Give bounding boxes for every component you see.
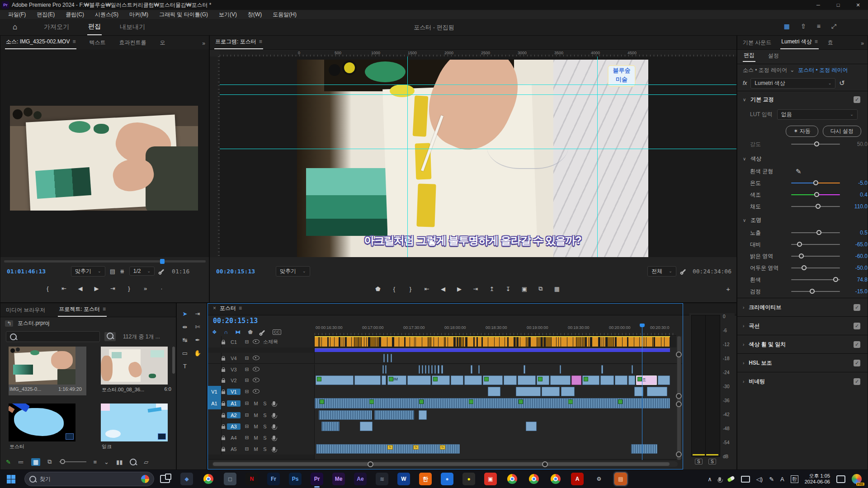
transport-⇤[interactable]: ⇤: [423, 286, 431, 292]
netflix-icon[interactable]: N: [245, 473, 258, 485]
transport-◀[interactable]: ◀: [439, 286, 447, 292]
timeline-clip[interactable]: [354, 375, 381, 385]
caption-clip[interactable]: [415, 337, 415, 347]
track-name-A4[interactable]: A4: [227, 435, 241, 441]
program-range-dropdown[interactable]: 전체⌄: [647, 266, 676, 277]
caption-clip[interactable]: [583, 337, 585, 347]
freeform-view-icon[interactable]: ⧉: [47, 458, 52, 465]
reset-button[interactable]: 다시 설정: [823, 126, 861, 137]
track-lock-icon[interactable]: [222, 415, 225, 418]
timeline-clip[interactable]: 조: [636, 375, 657, 385]
timeline-clip[interactable]: [526, 422, 537, 431]
menu-시퀀스(S)[interactable]: 시퀀스(S): [90, 11, 124, 19]
caption-clip[interactable]: [322, 337, 327, 347]
timeline-vscrollbar[interactable]: [677, 336, 681, 460]
mute-button[interactable]: M: [251, 401, 260, 406]
track-visibility-icon[interactable]: [251, 356, 260, 361]
timeline-clip[interactable]: [537, 375, 549, 385]
timeline-clip[interactable]: [524, 365, 525, 374]
slider-value[interactable]: -50.0: [846, 265, 868, 271]
maximize-button[interactable]: □: [828, 0, 848, 10]
track-lock-icon[interactable]: [222, 369, 225, 372]
transport-◀[interactable]: ◀: [76, 285, 85, 292]
transport-}[interactable]: }: [125, 285, 133, 292]
track-lock-icon[interactable]: [222, 449, 225, 451]
caption-clip[interactable]: [604, 337, 605, 347]
track-name-V1[interactable]: V1: [227, 389, 241, 395]
guide-horizontal-3[interactable]: [220, 149, 736, 149]
solo-left-button[interactable]: S: [695, 459, 703, 465]
track-resize-handle[interactable]: [676, 451, 682, 457]
browser-chrome-icon[interactable]: [202, 473, 215, 485]
source-caret-icon[interactable]: ⌄: [790, 67, 794, 73]
new-bin-icon[interactable]: ▱: [144, 459, 148, 465]
guide-horizontal-2[interactable]: [220, 94, 736, 95]
app-dark-icon[interactable]: ◆: [180, 473, 193, 485]
track-patch-A4[interactable]: [208, 432, 222, 443]
slider-value[interactable]: -15.0: [846, 288, 868, 295]
caption-clip[interactable]: [406, 337, 410, 347]
adobe-fresco-icon[interactable]: Fr: [267, 473, 280, 485]
track-lane-A3[interactable]: [315, 421, 676, 432]
ime-korean-icon[interactable]: 한: [791, 475, 798, 483]
track-patch-V3[interactable]: [208, 364, 222, 375]
tab-project-1[interactable]: 프로젝트: 포스터≡: [58, 303, 107, 317]
caption-clip[interactable]: [559, 337, 561, 347]
track-lock-icon[interactable]: [222, 342, 225, 344]
playhead-head[interactable]: [640, 324, 645, 327]
menu-보기(V)[interactable]: 보기(V): [213, 11, 242, 19]
slider-value[interactable]: 50.0: [846, 141, 868, 147]
media-encoder-icon[interactable]: Me: [332, 473, 345, 485]
timeline-clip[interactable]: [600, 375, 614, 385]
caption-clip[interactable]: [531, 337, 537, 347]
section-checkbox[interactable]: ✓: [854, 341, 860, 348]
rectangle-tool[interactable]: ▭: [182, 350, 188, 357]
timeline-clip[interactable]: fxfxfx: [316, 444, 460, 454]
close-sequence-icon[interactable]: ×: [213, 305, 216, 311]
kakaotalk-icon[interactable]: ●: [462, 473, 475, 485]
caption-clip[interactable]: [602, 337, 604, 347]
project-item-0[interactable]: IMG_4325-0...1:16:49:20: [9, 347, 86, 395]
browser-gray-icon[interactable]: [506, 473, 519, 485]
tab-sequence[interactable]: ×포스터≡: [212, 302, 243, 315]
lumetri-tab-2[interactable]: 효: [827, 36, 834, 49]
timeline-clip[interactable]: [438, 365, 439, 374]
type-tool[interactable]: T: [183, 363, 187, 370]
lut-select-dropdown[interactable]: 없음⌄: [777, 109, 858, 120]
timeline-clip[interactable]: [631, 444, 657, 454]
copilot-icon[interactable]: PRE: [852, 474, 862, 484]
tab-program[interactable]: 프로그램: 포스터≡: [214, 35, 263, 49]
track-sync-icon[interactable]: ⊟: [242, 423, 251, 429]
slider-value[interactable]: 0.4: [846, 192, 868, 198]
transport-⇤[interactable]: ⇤: [60, 285, 68, 292]
caption-clip[interactable]: [319, 337, 320, 347]
tray-pen-icon[interactable]: ✎: [769, 476, 774, 483]
transport-↧[interactable]: ↧: [504, 286, 512, 292]
group-caret-icon[interactable]: ∨: [743, 218, 746, 223]
track-resize-handle[interactable]: [676, 401, 682, 407]
track-patch-V4[interactable]: [208, 353, 222, 363]
settings-wrench-icon[interactable]: [260, 330, 265, 335]
track-patch-V1[interactable]: V1: [208, 386, 222, 397]
timeline-clip[interactable]: [542, 387, 560, 396]
timeline-clip[interactable]: [478, 365, 480, 374]
capture-app-icon[interactable]: ▤: [614, 473, 627, 485]
photoshop-icon[interactable]: Ps: [289, 473, 302, 485]
timeline-clip[interactable]: [632, 365, 633, 374]
chrome-icon[interactable]: [528, 473, 540, 485]
slider-track[interactable]: [791, 267, 840, 268]
timeline-clip[interactable]: [582, 375, 599, 385]
pen-tool[interactable]: ✒: [195, 337, 200, 343]
menu-클립(C)[interactable]: 클립(C): [60, 11, 90, 19]
quick-export-icon[interactable]: ⇧: [801, 23, 806, 30]
writable-pencil-icon[interactable]: ✎: [6, 459, 11, 465]
caption-clip[interactable]: [561, 337, 567, 347]
app-gray-icon[interactable]: ◻: [224, 473, 236, 485]
timeline-clip[interactable]: [407, 375, 431, 385]
track-lock-icon[interactable]: [222, 403, 225, 406]
track-lock-icon[interactable]: [222, 391, 225, 394]
slider-track[interactable]: [791, 232, 840, 233]
timeline-clip[interactable]: [382, 375, 386, 385]
timeline-clip[interactable]: [428, 365, 429, 374]
lumetri-section-HSL 보조[interactable]: ›HSL 보조✓: [737, 353, 868, 372]
